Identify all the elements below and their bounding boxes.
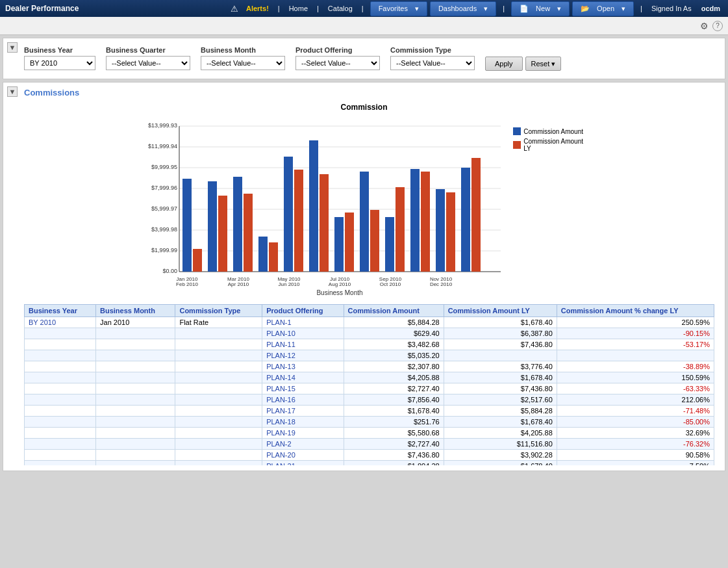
reset-button[interactable]: Reset ▾ bbox=[525, 57, 562, 71]
svg-text:Feb 2010: Feb 2010 bbox=[176, 281, 198, 287]
chart-container: Commission $13,999.93 $11,999.94 $9,999.… bbox=[137, 103, 592, 296]
main-collapse-button[interactable]: ▼ bbox=[7, 86, 18, 97]
help-icon[interactable]: ? bbox=[712, 21, 723, 31]
product-link[interactable]: PLAN-19 bbox=[266, 429, 295, 437]
product-link[interactable]: PLAN-14 bbox=[266, 374, 295, 381]
product-link[interactable]: PLAN-2 bbox=[266, 440, 292, 448]
business-year-link[interactable]: BY 2010 bbox=[29, 318, 56, 326]
alert-label[interactable]: Alerts! bbox=[244, 3, 271, 14]
product-link[interactable]: PLAN-1 bbox=[266, 318, 292, 326]
nav-separator-3: | bbox=[359, 3, 366, 14]
svg-rect-30 bbox=[370, 210, 379, 272]
table-row: PLAN-18$251.76$1,678.40-85.00% bbox=[25, 417, 714, 428]
col-header-business-month: Business Month bbox=[96, 305, 175, 317]
svg-rect-34 bbox=[421, 172, 430, 272]
business-month-group: Business Month --Select Value-- bbox=[201, 46, 285, 70]
nav-new[interactable]: 📄 New ▾ bbox=[511, 1, 570, 16]
top-nav: Dealer Performance ⚠ Alerts! | Home | Ca… bbox=[0, 0, 728, 17]
svg-text:$13,999.93: $13,999.93 bbox=[147, 122, 177, 129]
product-link[interactable]: PLAN-13 bbox=[266, 363, 295, 370]
table-row: PLAN-2$2,727.40$11,516.80-76.32% bbox=[25, 439, 714, 450]
svg-text:Business Month: Business Month bbox=[316, 289, 362, 296]
chevron-down-icon: ▾ bbox=[481, 3, 490, 14]
svg-text:Jun 2010: Jun 2010 bbox=[278, 281, 299, 287]
col-header-product-offering: Product Offering bbox=[262, 305, 344, 317]
svg-text:Dec 2010: Dec 2010 bbox=[429, 281, 452, 287]
business-month-label: Business Month bbox=[201, 46, 285, 54]
svg-rect-20 bbox=[244, 194, 253, 272]
nav-separator-5: | bbox=[638, 3, 645, 14]
business-quarter-group: Business Quarter --Select Value-- bbox=[106, 46, 190, 70]
chevron-down-icon: ▾ bbox=[555, 3, 564, 14]
svg-rect-23 bbox=[284, 157, 293, 272]
nav-open[interactable]: 📂 Open ▾ bbox=[572, 1, 634, 16]
product-offering-label: Product Offering bbox=[295, 46, 380, 54]
svg-rect-18 bbox=[218, 196, 227, 272]
toolbar: ⚙ ? bbox=[0, 17, 728, 35]
product-link[interactable]: PLAN-16 bbox=[266, 396, 295, 404]
svg-text:Apr 2010: Apr 2010 bbox=[227, 281, 249, 287]
svg-rect-32 bbox=[395, 187, 405, 272]
commission-type-group: Commission Type --Select Value-- bbox=[390, 46, 475, 70]
svg-rect-33 bbox=[410, 169, 420, 272]
legend-amount-ly: Commission Amount LY bbox=[513, 138, 591, 152]
main-section: ▼ Commissions Commission $13,999.93 $11,… bbox=[3, 82, 725, 471]
table-row: PLAN-21$1,804.28$1,678.407.50% bbox=[25, 461, 714, 466]
col-header-commission-amount-ly: Commission Amount LY bbox=[444, 305, 557, 317]
product-link[interactable]: PLAN-15 bbox=[266, 385, 295, 393]
svg-rect-31 bbox=[385, 217, 394, 272]
svg-rect-38 bbox=[471, 158, 481, 272]
nav-dashboards[interactable]: Dashboards ▾ bbox=[430, 1, 496, 16]
business-quarter-select[interactable]: --Select Value-- bbox=[106, 56, 190, 70]
svg-rect-26 bbox=[320, 174, 329, 272]
svg-text:Aug 2010: Aug 2010 bbox=[328, 281, 351, 287]
col-header-commission-type: Commission Type bbox=[175, 305, 262, 317]
svg-rect-29 bbox=[360, 172, 369, 272]
svg-text:$11,999.94: $11,999.94 bbox=[147, 143, 177, 149]
business-year-label: Business Year bbox=[24, 46, 95, 54]
chevron-down-icon: ▾ bbox=[412, 3, 421, 14]
svg-rect-37 bbox=[461, 168, 470, 272]
chart-legend: Commission Amount Commission Amount LY bbox=[513, 127, 591, 152]
svg-rect-22 bbox=[269, 242, 278, 272]
nav-catalog[interactable]: Catalog bbox=[325, 3, 355, 14]
table-scroll-container[interactable]: Business Year Business Month Commission … bbox=[14, 296, 714, 465]
commission-type-label: Commission Type bbox=[390, 46, 475, 54]
commission-type-select[interactable]: --Select Value-- bbox=[390, 56, 475, 70]
business-month-select[interactable]: --Select Value-- bbox=[201, 56, 285, 70]
svg-text:$3,999.98: $3,999.98 bbox=[151, 226, 177, 233]
legend-amount-ly-label: Commission Amount LY bbox=[523, 138, 591, 152]
table-row: PLAN-13$2,307.80$3,776.40-38.89% bbox=[25, 361, 714, 372]
table-row: PLAN-19$5,580.68$4,205.8832.69% bbox=[25, 428, 714, 439]
nav-favorites[interactable]: Favorites ▾ bbox=[370, 1, 427, 16]
nav-home[interactable]: Home bbox=[286, 3, 310, 14]
settings-icon[interactable]: ⚙ bbox=[700, 21, 709, 31]
svg-text:$7,999.96: $7,999.96 bbox=[151, 185, 177, 191]
product-link[interactable]: PLAN-20 bbox=[266, 451, 295, 459]
chart-area: $13,999.93 $11,999.94 $9,999.95 $7,999.9… bbox=[137, 114, 592, 296]
product-link[interactable]: PLAN-18 bbox=[266, 418, 295, 426]
nav-items: ⚠ Alerts! | Home | Catalog | Favorites ▾… bbox=[228, 1, 723, 16]
product-link[interactable]: PLAN-10 bbox=[266, 329, 295, 337]
product-link[interactable]: PLAN-21 bbox=[266, 462, 295, 465]
product-offering-select[interactable]: --Select Value-- bbox=[295, 56, 380, 70]
filter-row: Business Year BY 2010 Business Quarter -… bbox=[24, 46, 714, 71]
new-icon: 📄 bbox=[517, 3, 531, 14]
app-title: Dealer Performance bbox=[5, 4, 79, 13]
business-year-select[interactable]: BY 2010 bbox=[24, 56, 95, 70]
apply-button[interactable]: Apply bbox=[485, 57, 523, 71]
svg-rect-28 bbox=[345, 213, 354, 272]
table-row: PLAN-12$5,035.20 bbox=[25, 350, 714, 361]
col-header-business-year: Business Year bbox=[25, 305, 96, 317]
svg-rect-19 bbox=[233, 177, 242, 272]
product-link[interactable]: PLAN-17 bbox=[266, 407, 295, 415]
product-link[interactable]: PLAN-11 bbox=[266, 341, 295, 348]
svg-rect-25 bbox=[309, 140, 318, 272]
product-link[interactable]: PLAN-12 bbox=[266, 352, 295, 359]
chevron-down-icon: ▾ bbox=[619, 3, 628, 14]
col-header-commission-amount: Commission Amount bbox=[344, 305, 444, 317]
filter-actions: Apply Reset ▾ bbox=[485, 57, 561, 71]
nav-separator-1: | bbox=[275, 3, 282, 14]
table-row: PLAN-20$7,436.80$3,902.2890.58% bbox=[25, 450, 714, 461]
filter-collapse-button[interactable]: ▼ bbox=[7, 42, 18, 53]
